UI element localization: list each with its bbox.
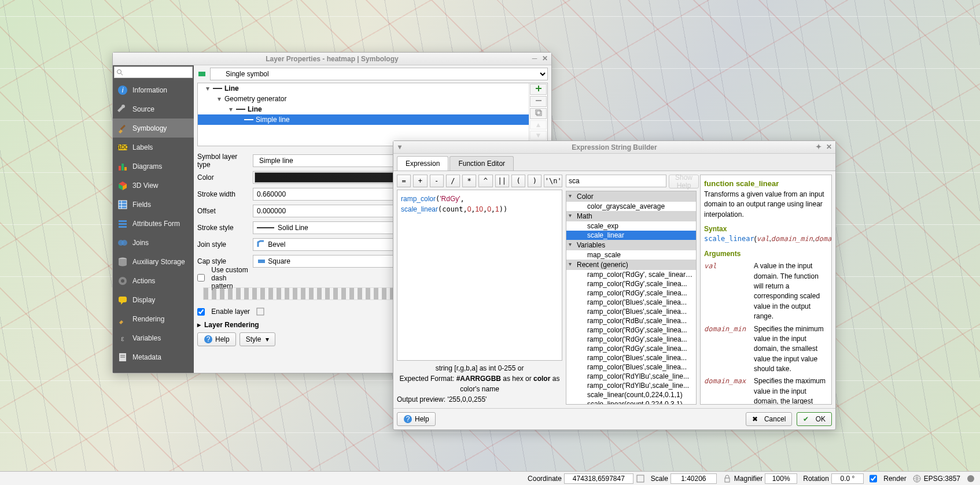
function-item[interactable]: scale_linear	[566, 231, 696, 240]
add-symbol-button[interactable]	[530, 84, 547, 95]
restore-icon[interactable]: ✦	[815, 143, 823, 151]
argument-name: domain_min	[704, 324, 750, 375]
sidebar-item-3d-view[interactable]: 3D View	[113, 176, 194, 195]
function-group[interactable]: Math	[566, 211, 696, 221]
tree-row[interactable]: ▾Geometry generator	[198, 94, 529, 104]
sidebar-item-fields[interactable]: Fields	[113, 195, 194, 214]
function-group[interactable]: Color	[566, 191, 696, 202]
messages-icon[interactable]	[966, 474, 975, 483]
function-item[interactable]: ramp_color('RdGy',scale_linea...	[566, 344, 696, 353]
cancel-button[interactable]: ✖ Cancel	[746, 412, 793, 426]
function-item[interactable]: ramp_color('RdBu',scale_linea...	[566, 316, 696, 325]
svg-rect-23	[120, 355, 125, 356]
op-rparen[interactable]: )	[528, 175, 541, 187]
extents-icon[interactable]	[636, 474, 645, 483]
op-minus[interactable]: -	[430, 175, 444, 187]
sidebar-item-metadata[interactable]: Metadata	[113, 347, 194, 366]
function-item[interactable]: scale_linear(count,0,224,0.1,1)	[566, 390, 696, 399]
duplicate-symbol-button[interactable]	[530, 108, 547, 119]
svg-rect-8	[119, 201, 127, 209]
expression-titlebar[interactable]: ▾ Expression String Builder ✦ ✕	[393, 141, 835, 154]
svg-point-19	[121, 279, 124, 283]
function-item[interactable]: ramp_color('RdGy', scale_linear(count,0,…	[566, 270, 696, 279]
function-item[interactable]: ramp_color('Blues',scale_linea...	[566, 362, 696, 372]
help-button[interactable]: ?Help	[397, 412, 436, 426]
ok-button[interactable]: ✔ OK	[797, 412, 832, 426]
sidebar-item-symbology[interactable]: Symbology	[113, 119, 194, 138]
function-item[interactable]: ramp_color('RdYlBu',scale_line...	[566, 381, 696, 390]
tab-function-editor[interactable]: Function Editor	[450, 156, 514, 171]
tree-row-selected[interactable]: Simple line	[198, 114, 529, 125]
op-equals[interactable]: =	[397, 175, 411, 187]
function-group[interactable]: Variables	[566, 240, 696, 250]
op-multiply[interactable]: *	[462, 175, 476, 187]
pin-icon[interactable]: ▾	[396, 143, 404, 151]
sidebar-item-actions[interactable]: Actions	[113, 271, 194, 290]
svg-rect-6	[121, 164, 124, 171]
op-lparen[interactable]: (	[511, 175, 525, 187]
sidebar-item-variables[interactable]: εVariables	[113, 328, 194, 347]
function-item[interactable]: ramp_color('RdGy',scale_linea...	[566, 325, 696, 335]
function-item[interactable]: ramp_color('Blues',scale_linea...	[566, 298, 696, 307]
expression-editor[interactable]: ramp_color('RdGy', scale_linear(count,0,…	[397, 190, 562, 361]
sidebar-item-information[interactable]: iInformation	[113, 80, 194, 99]
function-item[interactable]: ramp_color('RdGy',scale_linea...	[566, 279, 696, 288]
function-search-input[interactable]	[566, 175, 666, 187]
layer-properties-titlebar[interactable]: Layer Properties - heatmap | Symbology ─…	[113, 53, 551, 65]
tree-row[interactable]: ▾Line	[198, 104, 529, 114]
sidebar-item-joins[interactable]: Joins	[113, 233, 194, 252]
layer-properties-title: Layer Properties - heatmap | Symbology	[266, 55, 398, 63]
render-check[interactable]: Render	[870, 473, 907, 484]
function-item[interactable]: color_grayscale_average	[566, 202, 696, 211]
copy-icon	[535, 109, 543, 117]
close-icon[interactable]: ✕	[825, 143, 833, 151]
tab-expression[interactable]: Expression	[397, 156, 448, 171]
sidebar-search-input[interactable]	[114, 66, 193, 78]
function-item[interactable]: scale_exp	[566, 221, 696, 231]
op-plus[interactable]: +	[413, 175, 427, 187]
sidebar-item-source[interactable]: Source	[113, 99, 194, 119]
function-item[interactable]: map_scale	[566, 250, 696, 260]
coord-input[interactable]	[564, 473, 633, 484]
syntax-heading: Syntax	[704, 224, 828, 234]
custom-dash-check[interactable]: Use custom dash pattern	[197, 266, 248, 290]
function-item[interactable]: ramp_color('Blues',scale_linea...	[566, 353, 696, 362]
crs-label[interactable]: EPSG:3857	[924, 475, 960, 483]
data-defined-icon[interactable]	[256, 307, 265, 316]
close-icon[interactable]: ✕	[541, 54, 549, 62]
magnifier-input[interactable]	[765, 473, 797, 484]
op-concat[interactable]: ||	[495, 175, 509, 187]
function-group[interactable]: Recent (generic)	[566, 260, 696, 270]
sidebar-item-auxiliary-storage[interactable]: Auxiliary Storage	[113, 252, 194, 271]
lock-icon[interactable]	[723, 474, 732, 483]
function-item[interactable]: ramp_color('Blues',scale_linea...	[566, 307, 696, 316]
sidebar-label: Symbology	[132, 124, 167, 132]
function-item[interactable]: ramp_color('RdGy',scale_linea...	[566, 335, 696, 344]
function-item[interactable]: scale_linear(count,0,224,0.3,1)	[566, 399, 696, 405]
style-button[interactable]: Style ▾	[240, 332, 275, 346]
sidebar-item-rendering[interactable]: Rendering	[113, 309, 194, 328]
op-power[interactable]: ^	[478, 175, 492, 187]
symbol-type-select[interactable]: Single symbol	[210, 68, 548, 80]
scale-input[interactable]	[670, 473, 717, 484]
sidebar-item-display[interactable]: Display	[113, 290, 194, 309]
sidebar-label: Display	[132, 296, 155, 304]
crs-icon[interactable]	[912, 474, 922, 483]
remove-symbol-button[interactable]	[530, 96, 547, 107]
sidebar-item-attributes-form[interactable]: Attributes Form	[113, 214, 194, 233]
function-item[interactable]: ramp_color('RdYlBu',scale_line...	[566, 372, 696, 381]
sidebar-item-labels[interactable]: abcLabels	[113, 138, 194, 157]
function-item[interactable]: ramp_color('RdGy',scale_linea...	[566, 288, 696, 298]
sidebar-item-diagrams[interactable]: Diagrams	[113, 157, 194, 176]
function-list[interactable]: Colorcolor_grayscale_averageMathscale_ex…	[566, 191, 697, 405]
enable-layer-check[interactable]: Enable layer	[197, 308, 250, 316]
op-divide[interactable]: /	[446, 175, 460, 187]
document-icon	[117, 352, 128, 362]
minus-icon	[535, 97, 543, 105]
minimize-icon[interactable]: ─	[530, 54, 539, 62]
tree-row[interactable]: ▾Line	[198, 83, 529, 94]
op-newline[interactable]: '\n'	[544, 175, 562, 187]
rotation-input[interactable]	[831, 473, 864, 484]
help-button[interactable]: ?Help	[197, 332, 236, 346]
sidebar-label: Fields	[132, 201, 151, 209]
